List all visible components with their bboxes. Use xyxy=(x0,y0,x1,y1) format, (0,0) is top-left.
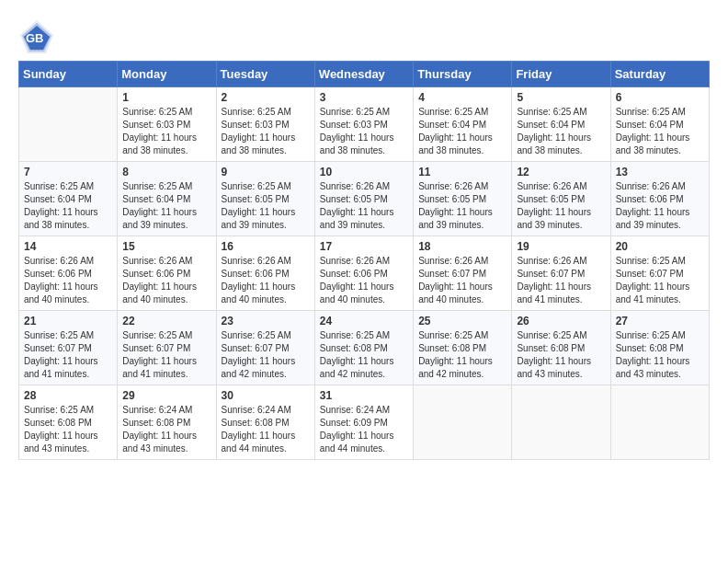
header-monday: Monday xyxy=(118,62,216,87)
header-sunday: Sunday xyxy=(19,62,118,87)
header-friday: Friday xyxy=(512,62,610,87)
calendar-cell: 11Sunrise: 6:26 AM Sunset: 6:05 PM Dayli… xyxy=(414,162,512,236)
day-number: 19 xyxy=(517,240,605,253)
day-number: 27 xyxy=(616,315,704,327)
calendar-body: 1Sunrise: 6:25 AM Sunset: 6:03 PM Daylig… xyxy=(19,87,710,460)
calendar-cell: 20Sunrise: 6:25 AM Sunset: 6:07 PM Dayli… xyxy=(610,236,709,311)
calendar-header: SundayMondayTuesdayWednesdayThursdayFrid… xyxy=(19,62,710,87)
header-tuesday: Tuesday xyxy=(216,62,314,87)
calendar-cell: 2Sunrise: 6:25 AM Sunset: 6:03 PM Daylig… xyxy=(216,87,314,162)
cell-info: Sunrise: 6:25 AM Sunset: 6:08 PM Dayligh… xyxy=(24,404,112,455)
cell-info: Sunrise: 6:26 AM Sunset: 6:06 PM Dayligh… xyxy=(24,255,112,306)
page-header: GB xyxy=(18,18,710,52)
calendar-cell: 18Sunrise: 6:26 AM Sunset: 6:07 PM Dayli… xyxy=(414,236,512,311)
calendar-table: SundayMondayTuesdayWednesdayThursdayFrid… xyxy=(18,61,710,460)
cell-info: Sunrise: 6:24 AM Sunset: 6:08 PM Dayligh… xyxy=(122,404,210,455)
day-number: 16 xyxy=(222,240,310,253)
calendar-cell: 26Sunrise: 6:25 AM Sunset: 6:08 PM Dayli… xyxy=(512,311,610,385)
logo: GB xyxy=(18,18,55,52)
cell-info: Sunrise: 6:26 AM Sunset: 6:06 PM Dayligh… xyxy=(616,180,704,232)
calendar-cell: 14Sunrise: 6:26 AM Sunset: 6:06 PM Dayli… xyxy=(19,236,118,311)
calendar-cell: 3Sunrise: 6:25 AM Sunset: 6:03 PM Daylig… xyxy=(314,87,413,162)
cell-info: Sunrise: 6:25 AM Sunset: 6:07 PM Dayligh… xyxy=(122,329,210,381)
calendar-cell: 28Sunrise: 6:25 AM Sunset: 6:08 PM Dayli… xyxy=(19,385,118,460)
day-number: 22 xyxy=(122,315,210,327)
svg-text:GB: GB xyxy=(26,31,44,45)
day-number: 18 xyxy=(418,240,506,253)
calendar-cell xyxy=(19,87,118,162)
day-number: 15 xyxy=(122,240,210,253)
cell-info: Sunrise: 6:25 AM Sunset: 6:08 PM Dayligh… xyxy=(517,329,605,381)
cell-info: Sunrise: 6:26 AM Sunset: 6:06 PM Dayligh… xyxy=(222,255,310,306)
cell-info: Sunrise: 6:24 AM Sunset: 6:09 PM Dayligh… xyxy=(320,404,408,455)
calendar-cell: 25Sunrise: 6:25 AM Sunset: 6:08 PM Dayli… xyxy=(414,311,512,385)
day-number: 26 xyxy=(517,315,605,327)
day-number: 5 xyxy=(517,91,605,104)
day-number: 8 xyxy=(122,166,210,178)
calendar-cell: 27Sunrise: 6:25 AM Sunset: 6:08 PM Dayli… xyxy=(610,311,709,385)
calendar-week-0: 1Sunrise: 6:25 AM Sunset: 6:03 PM Daylig… xyxy=(19,87,710,162)
day-number: 2 xyxy=(222,91,310,104)
calendar-cell: 4Sunrise: 6:25 AM Sunset: 6:04 PM Daylig… xyxy=(414,87,512,162)
calendar-cell: 8Sunrise: 6:25 AM Sunset: 6:04 PM Daylig… xyxy=(118,162,216,236)
calendar-cell: 21Sunrise: 6:25 AM Sunset: 6:07 PM Dayli… xyxy=(19,311,118,385)
calendar-cell: 29Sunrise: 6:24 AM Sunset: 6:08 PM Dayli… xyxy=(118,385,216,460)
calendar-cell xyxy=(610,385,709,460)
day-number: 4 xyxy=(418,91,506,104)
calendar-cell: 31Sunrise: 6:24 AM Sunset: 6:09 PM Dayli… xyxy=(314,385,413,460)
calendar-cell: 30Sunrise: 6:24 AM Sunset: 6:08 PM Dayli… xyxy=(216,385,314,460)
cell-info: Sunrise: 6:26 AM Sunset: 6:05 PM Dayligh… xyxy=(517,180,605,232)
calendar-cell: 9Sunrise: 6:25 AM Sunset: 6:05 PM Daylig… xyxy=(216,162,314,236)
calendar-cell: 15Sunrise: 6:26 AM Sunset: 6:06 PM Dayli… xyxy=(118,236,216,311)
cell-info: Sunrise: 6:25 AM Sunset: 6:04 PM Dayligh… xyxy=(616,106,704,157)
calendar-cell: 13Sunrise: 6:26 AM Sunset: 6:06 PM Dayli… xyxy=(610,162,709,236)
day-number: 6 xyxy=(616,91,704,104)
calendar-cell xyxy=(512,385,610,460)
cell-info: Sunrise: 6:25 AM Sunset: 6:08 PM Dayligh… xyxy=(418,329,506,381)
header-saturday: Saturday xyxy=(610,62,709,87)
calendar-week-2: 14Sunrise: 6:26 AM Sunset: 6:06 PM Dayli… xyxy=(19,236,710,311)
cell-info: Sunrise: 6:25 AM Sunset: 6:08 PM Dayligh… xyxy=(320,329,408,381)
cell-info: Sunrise: 6:25 AM Sunset: 6:03 PM Dayligh… xyxy=(222,106,310,157)
cell-info: Sunrise: 6:26 AM Sunset: 6:05 PM Dayligh… xyxy=(418,180,506,232)
cell-info: Sunrise: 6:25 AM Sunset: 6:04 PM Dayligh… xyxy=(24,180,112,232)
cell-info: Sunrise: 6:25 AM Sunset: 6:04 PM Dayligh… xyxy=(517,106,605,157)
header-thursday: Thursday xyxy=(414,62,512,87)
day-number: 25 xyxy=(418,315,506,327)
cell-info: Sunrise: 6:25 AM Sunset: 6:07 PM Dayligh… xyxy=(24,329,112,381)
day-number: 31 xyxy=(320,389,408,402)
calendar-week-4: 28Sunrise: 6:25 AM Sunset: 6:08 PM Dayli… xyxy=(19,385,710,460)
calendar-cell xyxy=(414,385,512,460)
calendar-cell: 6Sunrise: 6:25 AM Sunset: 6:04 PM Daylig… xyxy=(610,87,709,162)
day-number: 7 xyxy=(24,166,112,178)
calendar-cell: 5Sunrise: 6:25 AM Sunset: 6:04 PM Daylig… xyxy=(512,87,610,162)
day-number: 17 xyxy=(320,240,408,253)
day-number: 3 xyxy=(320,91,408,104)
calendar-cell: 7Sunrise: 6:25 AM Sunset: 6:04 PM Daylig… xyxy=(19,162,118,236)
calendar-cell: 12Sunrise: 6:26 AM Sunset: 6:05 PM Dayli… xyxy=(512,162,610,236)
cell-info: Sunrise: 6:26 AM Sunset: 6:05 PM Dayligh… xyxy=(320,180,408,232)
calendar-week-1: 7Sunrise: 6:25 AM Sunset: 6:04 PM Daylig… xyxy=(19,162,710,236)
day-number: 1 xyxy=(122,91,210,104)
calendar-week-3: 21Sunrise: 6:25 AM Sunset: 6:07 PM Dayli… xyxy=(19,311,710,385)
logo-icon: GB xyxy=(18,18,51,52)
calendar-cell: 23Sunrise: 6:25 AM Sunset: 6:07 PM Dayli… xyxy=(216,311,314,385)
cell-info: Sunrise: 6:25 AM Sunset: 6:04 PM Dayligh… xyxy=(122,180,210,232)
day-number: 12 xyxy=(517,166,605,178)
cell-info: Sunrise: 6:26 AM Sunset: 6:07 PM Dayligh… xyxy=(418,255,506,306)
cell-info: Sunrise: 6:26 AM Sunset: 6:06 PM Dayligh… xyxy=(122,255,210,306)
day-number: 20 xyxy=(616,240,704,253)
cell-info: Sunrise: 6:25 AM Sunset: 6:03 PM Dayligh… xyxy=(122,106,210,157)
calendar-cell: 16Sunrise: 6:26 AM Sunset: 6:06 PM Dayli… xyxy=(216,236,314,311)
day-number: 28 xyxy=(24,389,112,402)
day-number: 13 xyxy=(616,166,704,178)
cell-info: Sunrise: 6:26 AM Sunset: 6:07 PM Dayligh… xyxy=(517,255,605,306)
cell-info: Sunrise: 6:25 AM Sunset: 6:07 PM Dayligh… xyxy=(222,329,310,381)
day-number: 21 xyxy=(24,315,112,327)
day-number: 10 xyxy=(320,166,408,178)
day-number: 29 xyxy=(122,389,210,402)
calendar-cell: 24Sunrise: 6:25 AM Sunset: 6:08 PM Dayli… xyxy=(314,311,413,385)
day-number: 9 xyxy=(222,166,310,178)
day-number: 30 xyxy=(222,389,310,402)
day-number: 14 xyxy=(24,240,112,253)
